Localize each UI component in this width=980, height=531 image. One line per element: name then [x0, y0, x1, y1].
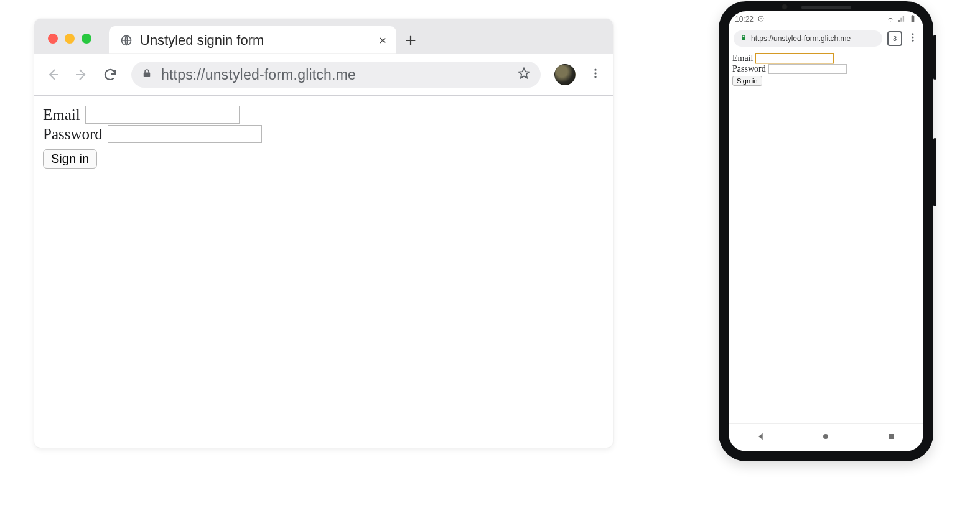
mobile-sign-in-button[interactable]: Sign in: [732, 76, 762, 86]
cell-signal-icon: [897, 14, 906, 25]
svg-point-5: [912, 33, 914, 35]
url-text: https://unstyled-form.glitch.me: [161, 67, 508, 83]
address-bar[interactable]: https://unstyled-form.glitch.me: [131, 62, 541, 88]
email-field[interactable]: [85, 106, 240, 124]
desktop-browser-window: Unstyled signin form: [34, 19, 613, 448]
password-label: Password: [43, 126, 103, 143]
svg-point-7: [912, 40, 914, 42]
email-label: Email: [43, 106, 80, 124]
status-time: 10:22: [735, 15, 754, 24]
window-minimize-button[interactable]: [65, 34, 75, 44]
tab-count: 3: [893, 35, 897, 42]
mobile-password-field[interactable]: [768, 64, 847, 74]
mobile-url-text: https://unstyled-form.glitch.me: [751, 34, 876, 43]
android-status-bar: 10:22: [729, 11, 923, 27]
bookmark-star-icon[interactable]: [517, 67, 531, 83]
page-content: Email Password Sign in: [34, 96, 613, 177]
mobile-address-bar[interactable]: https://unstyled-form.glitch.me: [734, 30, 882, 47]
back-button[interactable]: [45, 67, 60, 82]
mobile-page-content: Email Password Sign in: [729, 50, 923, 423]
do-not-disturb-icon: [757, 15, 765, 24]
window-close-button[interactable]: [48, 34, 58, 44]
front-camera: [782, 4, 788, 10]
lock-icon: [141, 68, 152, 81]
mobile-menu-button[interactable]: [907, 32, 918, 45]
svg-point-2: [594, 72, 596, 74]
close-tab-button[interactable]: [378, 35, 388, 45]
browser-toolbar: https://unstyled-form.glitch.me: [34, 54, 613, 96]
mobile-email-label: Email: [732, 53, 753, 63]
svg-point-3: [594, 76, 596, 78]
tab-title: Unstyled signin form: [140, 32, 378, 48]
mobile-password-label: Password: [732, 64, 766, 74]
android-nav-bar: [729, 423, 923, 451]
svg-point-1: [594, 69, 596, 71]
battery-icon: [908, 14, 917, 25]
wifi-icon: [886, 14, 895, 25]
svg-point-8: [823, 434, 828, 439]
sign-in-button[interactable]: Sign in: [43, 149, 97, 169]
lock-icon: [740, 34, 747, 44]
svg-rect-9: [889, 434, 894, 439]
svg-point-6: [912, 37, 914, 39]
window-zoom-button[interactable]: [82, 34, 91, 44]
browser-tab[interactable]: Unstyled signin form: [109, 26, 396, 54]
tab-strip: Unstyled signin form: [34, 19, 613, 54]
reload-button[interactable]: [103, 67, 118, 82]
nav-recents-button[interactable]: [886, 432, 896, 444]
globe-icon: [120, 34, 133, 47]
nav-home-button[interactable]: [821, 432, 831, 444]
forward-button[interactable]: [74, 67, 89, 82]
nav-back-button[interactable]: [756, 432, 766, 444]
profile-avatar[interactable]: [554, 64, 576, 85]
phone-device-frame: 10:22: [719, 1, 933, 461]
browser-menu-button[interactable]: [589, 67, 602, 82]
new-tab-button[interactable]: [396, 26, 424, 54]
mobile-browser-toolbar: https://unstyled-form.glitch.me 3: [729, 27, 923, 50]
phone-screen: 10:22: [729, 11, 923, 451]
mobile-email-field[interactable]: [755, 53, 834, 63]
window-controls: [34, 34, 91, 54]
password-field[interactable]: [108, 125, 262, 143]
tab-switcher-button[interactable]: 3: [887, 31, 902, 46]
earpiece: [801, 6, 851, 9]
